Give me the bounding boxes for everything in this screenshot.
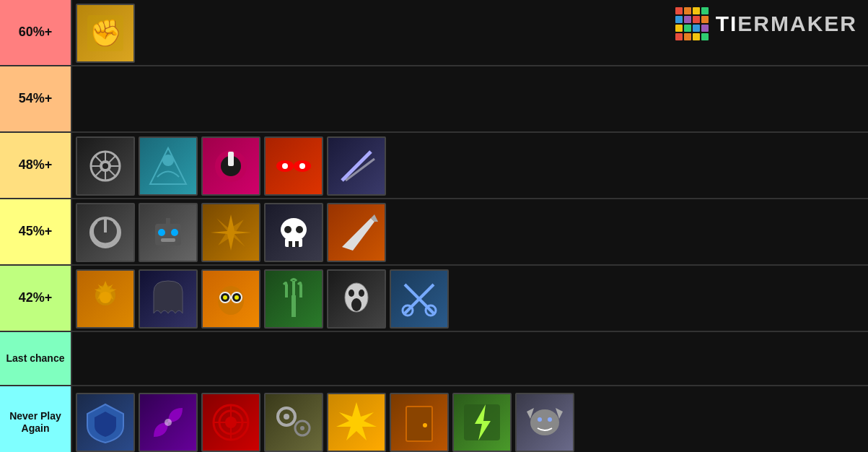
svg-marker-67 [336,402,377,440]
icon-angel[interactable] [139,136,198,196]
logo-grid-cell [693,25,700,32]
icon-scream[interactable] [327,269,386,329]
icon-piston[interactable] [201,136,260,196]
logo-grid-cell [701,7,709,14]
icon-power[interactable] [76,203,135,262]
icon-skull2[interactable] [264,203,323,262]
svg-point-43 [223,295,227,300]
icon-lion[interactable] [76,269,135,329]
tier-label-60: 60%+ [0,0,71,65]
svg-point-24 [171,229,178,236]
logo-grid-cell [684,33,691,40]
tier-table: 60%+✊54%+48%+45%+42%+Last chanceNever Pl… [0,0,868,452]
tiermaker-logo: TierMaker [675,7,857,40]
svg-point-50 [348,290,354,297]
logo-grid-cell [701,33,709,40]
svg-rect-33 [289,241,292,247]
icon-eyes[interactable] [264,136,323,196]
svg-point-44 [234,295,239,300]
tier-row-45: 45%+ [0,199,868,266]
main-container: TierMaker 60%+✊54%+48%+45%+42%+Last chan… [0,0,868,452]
icon-compass[interactable] [201,203,260,262]
tier-content-45 [71,199,868,264]
svg-point-23 [158,229,165,236]
svg-point-64 [284,414,289,420]
tier-row-42: 42%+ [0,266,868,332]
tier-row-never: Never Play Again [0,386,868,452]
logo-grid-cell [684,7,691,14]
svg-point-52 [351,298,361,311]
logo-grid-cell [684,16,691,23]
icon-knife[interactable] [327,203,386,262]
svg-point-66 [300,426,304,430]
icon-shield[interactable] [76,393,135,452]
svg-text:✊: ✊ [89,17,122,48]
icon-owl[interactable] [201,269,260,329]
svg-point-74 [530,409,559,435]
icon-robot[interactable] [139,203,198,262]
icon-trident[interactable] [264,269,323,329]
tier-label-last: Last chance [0,332,71,385]
logo-grid-cell [675,25,683,32]
svg-point-16 [282,163,288,169]
logo-grid-cell [693,33,700,40]
logo-grid-cell [675,16,683,23]
tier-label-48: 48%+ [0,133,71,198]
svg-rect-25 [161,238,175,242]
svg-point-57 [165,419,172,426]
icon-phantom[interactable] [139,269,198,329]
svg-rect-13 [228,152,234,166]
logo-grid [675,7,709,40]
svg-point-75 [538,417,542,422]
svg-rect-34 [295,241,299,247]
tier-content-last [71,332,868,385]
svg-marker-35 [342,218,374,251]
logo-grid-cell [693,16,700,23]
icon-slash[interactable] [327,136,386,196]
svg-point-10 [162,155,174,166]
tier-content-42 [71,266,868,331]
svg-point-31 [284,226,291,233]
tier-row-48: 48%+ [0,133,868,199]
icon-gear-web[interactable] [76,136,135,196]
svg-rect-45 [291,295,296,317]
svg-point-8 [102,163,108,169]
icon-lightning[interactable] [452,393,512,452]
icon-gears[interactable] [264,393,323,452]
svg-point-69 [423,423,427,427]
icon-fist[interactable]: ✊ [76,4,135,63]
tier-row-last: Last chance [0,332,868,386]
icon-scissors[interactable] [390,269,449,329]
tier-label-never: Never Play Again [0,386,71,452]
icon-target[interactable] [201,393,260,452]
logo-grid-cell [675,33,683,40]
logo-grid-cell [693,7,700,14]
logo-grid-cell [701,16,709,23]
icon-vortex[interactable] [139,393,198,452]
svg-rect-26 [166,218,170,225]
tier-label-54: 54%+ [0,66,71,131]
tier-row-54: 54%+ [0,66,868,133]
icon-explosion[interactable] [327,393,386,452]
svg-point-76 [548,417,552,422]
icon-wolf[interactable] [515,393,574,452]
tier-label-42: 42%+ [0,266,71,331]
logo-grid-cell [675,7,683,14]
svg-point-51 [359,290,364,297]
logo-grid-cell [701,25,709,32]
icon-door[interactable] [390,393,449,452]
tier-label-45: 45%+ [0,199,71,264]
tier-content-48 [71,133,868,198]
svg-rect-68 [406,407,432,441]
svg-point-39 [100,292,111,303]
svg-point-32 [296,226,303,233]
tier-content-54 [71,66,868,131]
tier-content-never [71,386,868,452]
svg-point-17 [299,163,305,169]
logo-grid-cell [684,25,691,32]
logo-text: TierMaker [716,12,857,36]
svg-rect-30 [285,238,302,247]
